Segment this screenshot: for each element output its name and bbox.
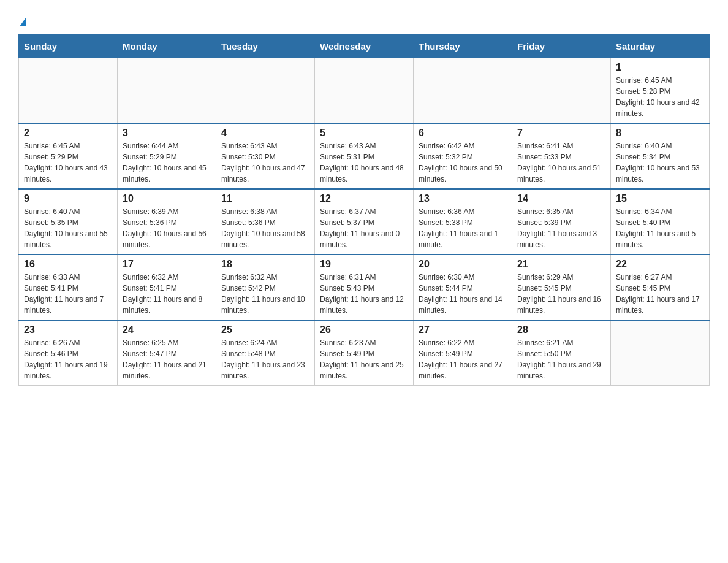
table-row: 10Sunrise: 6:39 AMSunset: 5:36 PMDayligh… — [118, 189, 216, 255]
table-row: 25Sunrise: 6:24 AMSunset: 5:48 PMDayligh… — [216, 320, 315, 386]
table-row — [512, 58, 611, 124]
table-row: 8Sunrise: 6:40 AMSunset: 5:34 PMDaylight… — [611, 123, 710, 189]
day-info: Sunrise: 6:45 AMSunset: 5:29 PMDaylight:… — [24, 140, 112, 185]
day-info: Sunrise: 6:44 AMSunset: 5:29 PMDaylight:… — [123, 140, 211, 185]
day-number: 5 — [320, 128, 408, 139]
day-number: 7 — [517, 128, 605, 139]
logo-triangle-icon — [20, 18, 26, 26]
table-row: 19Sunrise: 6:31 AMSunset: 5:43 PMDayligh… — [315, 255, 414, 320]
table-row: 6Sunrise: 6:42 AMSunset: 5:32 PMDaylight… — [414, 123, 512, 189]
calendar-week-row: 16Sunrise: 6:33 AMSunset: 5:41 PMDayligh… — [19, 255, 710, 320]
table-row: 28Sunrise: 6:21 AMSunset: 5:50 PMDayligh… — [512, 320, 611, 386]
day-number: 21 — [517, 259, 605, 270]
day-number: 18 — [221, 259, 309, 270]
day-info: Sunrise: 6:43 AMSunset: 5:30 PMDaylight:… — [221, 140, 309, 185]
table-row: 26Sunrise: 6:23 AMSunset: 5:49 PMDayligh… — [315, 320, 414, 386]
day-number: 27 — [419, 324, 507, 335]
table-row — [118, 58, 216, 124]
day-info: Sunrise: 6:29 AMSunset: 5:45 PMDaylight:… — [517, 272, 605, 316]
table-row: 5Sunrise: 6:43 AMSunset: 5:31 PMDaylight… — [315, 123, 414, 189]
calendar-week-row: 2Sunrise: 6:45 AMSunset: 5:29 PMDaylight… — [19, 123, 710, 189]
day-number: 17 — [123, 259, 211, 270]
col-saturday: Saturday — [611, 35, 710, 58]
table-row — [19, 58, 118, 124]
table-row: 16Sunrise: 6:33 AMSunset: 5:41 PMDayligh… — [19, 255, 118, 320]
day-info: Sunrise: 6:37 AMSunset: 5:37 PMDaylight:… — [320, 206, 408, 250]
day-info: Sunrise: 6:31 AMSunset: 5:43 PMDaylight:… — [320, 272, 408, 316]
day-number: 20 — [419, 259, 507, 270]
day-number: 10 — [123, 193, 211, 204]
day-info: Sunrise: 6:41 AMSunset: 5:33 PMDaylight:… — [517, 140, 605, 185]
day-info: Sunrise: 6:32 AMSunset: 5:41 PMDaylight:… — [123, 272, 211, 316]
day-number: 4 — [221, 128, 309, 139]
table-row: 2Sunrise: 6:45 AMSunset: 5:29 PMDaylight… — [19, 123, 118, 189]
day-info: Sunrise: 6:32 AMSunset: 5:42 PMDaylight:… — [221, 272, 309, 316]
day-number: 22 — [616, 259, 704, 270]
day-info: Sunrise: 6:39 AMSunset: 5:36 PMDaylight:… — [123, 206, 211, 250]
table-row: 11Sunrise: 6:38 AMSunset: 5:36 PMDayligh… — [216, 189, 315, 255]
day-number: 11 — [221, 193, 309, 204]
day-info: Sunrise: 6:38 AMSunset: 5:36 PMDaylight:… — [221, 206, 309, 250]
table-row: 15Sunrise: 6:34 AMSunset: 5:40 PMDayligh… — [611, 189, 710, 255]
table-row: 24Sunrise: 6:25 AMSunset: 5:47 PMDayligh… — [118, 320, 216, 386]
table-row — [414, 58, 512, 124]
day-number: 28 — [517, 324, 605, 335]
day-number: 15 — [616, 193, 704, 204]
day-number: 16 — [24, 259, 112, 270]
col-friday: Friday — [512, 35, 611, 58]
table-row: 3Sunrise: 6:44 AMSunset: 5:29 PMDaylight… — [118, 123, 216, 189]
day-info: Sunrise: 6:26 AMSunset: 5:46 PMDaylight:… — [24, 337, 112, 381]
table-row: 14Sunrise: 6:35 AMSunset: 5:39 PMDayligh… — [512, 189, 611, 255]
day-info: Sunrise: 6:40 AMSunset: 5:35 PMDaylight:… — [24, 206, 112, 250]
day-info: Sunrise: 6:30 AMSunset: 5:44 PMDaylight:… — [419, 272, 507, 316]
calendar-table: Sunday Monday Tuesday Wednesday Thursday… — [18, 34, 710, 386]
day-number: 3 — [123, 128, 211, 139]
table-row: 21Sunrise: 6:29 AMSunset: 5:45 PMDayligh… — [512, 255, 611, 320]
day-number: 24 — [123, 324, 211, 335]
page-header — [18, 12, 710, 28]
table-row: 7Sunrise: 6:41 AMSunset: 5:33 PMDaylight… — [512, 123, 611, 189]
day-info: Sunrise: 6:36 AMSunset: 5:38 PMDaylight:… — [419, 206, 507, 250]
col-monday: Monday — [118, 35, 216, 58]
table-row — [611, 320, 710, 386]
calendar-header-row: Sunday Monday Tuesday Wednesday Thursday… — [19, 35, 710, 58]
day-info: Sunrise: 6:22 AMSunset: 5:49 PMDaylight:… — [419, 337, 507, 381]
day-number: 6 — [419, 128, 507, 139]
day-info: Sunrise: 6:34 AMSunset: 5:40 PMDaylight:… — [616, 206, 704, 250]
table-row: 22Sunrise: 6:27 AMSunset: 5:45 PMDayligh… — [611, 255, 710, 320]
col-sunday: Sunday — [19, 35, 118, 58]
logo-top — [18, 12, 26, 28]
table-row: 4Sunrise: 6:43 AMSunset: 5:30 PMDaylight… — [216, 123, 315, 189]
day-info: Sunrise: 6:43 AMSunset: 5:31 PMDaylight:… — [320, 140, 408, 185]
day-info: Sunrise: 6:23 AMSunset: 5:49 PMDaylight:… — [320, 337, 408, 381]
day-info: Sunrise: 6:35 AMSunset: 5:39 PMDaylight:… — [517, 206, 605, 250]
col-thursday: Thursday — [414, 35, 512, 58]
day-info: Sunrise: 6:33 AMSunset: 5:41 PMDaylight:… — [24, 272, 112, 316]
day-number: 8 — [616, 128, 704, 139]
table-row: 1Sunrise: 6:45 AMSunset: 5:28 PMDaylight… — [611, 58, 710, 124]
day-number: 25 — [221, 324, 309, 335]
calendar-week-row: 1Sunrise: 6:45 AMSunset: 5:28 PMDaylight… — [19, 58, 710, 124]
day-number: 23 — [24, 324, 112, 335]
table-row — [315, 58, 414, 124]
table-row: 18Sunrise: 6:32 AMSunset: 5:42 PMDayligh… — [216, 255, 315, 320]
table-row — [216, 58, 315, 124]
col-tuesday: Tuesday — [216, 35, 315, 58]
col-wednesday: Wednesday — [315, 35, 414, 58]
day-number: 12 — [320, 193, 408, 204]
table-row: 27Sunrise: 6:22 AMSunset: 5:49 PMDayligh… — [414, 320, 512, 386]
table-row: 12Sunrise: 6:37 AMSunset: 5:37 PMDayligh… — [315, 189, 414, 255]
day-number: 2 — [24, 128, 112, 139]
day-info: Sunrise: 6:40 AMSunset: 5:34 PMDaylight:… — [616, 140, 704, 185]
day-number: 1 — [616, 62, 704, 73]
day-info: Sunrise: 6:25 AMSunset: 5:47 PMDaylight:… — [123, 337, 211, 381]
day-number: 9 — [24, 193, 112, 204]
day-info: Sunrise: 6:42 AMSunset: 5:32 PMDaylight:… — [419, 140, 507, 185]
calendar-week-row: 9Sunrise: 6:40 AMSunset: 5:35 PMDaylight… — [19, 189, 710, 255]
table-row: 9Sunrise: 6:40 AMSunset: 5:35 PMDaylight… — [19, 189, 118, 255]
day-number: 19 — [320, 259, 408, 270]
day-number: 13 — [419, 193, 507, 204]
day-info: Sunrise: 6:45 AMSunset: 5:28 PMDaylight:… — [616, 75, 704, 119]
table-row: 20Sunrise: 6:30 AMSunset: 5:44 PMDayligh… — [414, 255, 512, 320]
day-number: 26 — [320, 324, 408, 335]
